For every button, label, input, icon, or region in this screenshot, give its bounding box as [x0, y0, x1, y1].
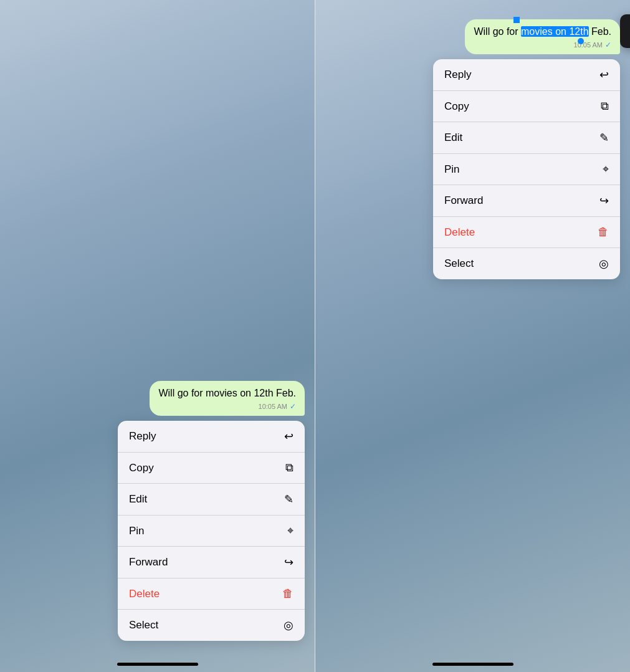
menu-label-pin-2: Pin — [444, 163, 460, 176]
menu-item-copy-2[interactable]: Copy ⧉ — [433, 91, 620, 122]
panel-2: Copy Look Up Share Will go for movies on… — [315, 0, 630, 672]
selection-handle-end — [578, 38, 584, 44]
message-text-2: Will go for movies on 12th Feb. — [474, 26, 611, 39]
menu-item-select-1[interactable]: Select ◎ — [118, 610, 305, 641]
reply-icon-1: ↩ — [284, 430, 294, 443]
menu-item-forward-2[interactable]: Forward ↪ — [433, 185, 620, 217]
selection-handle-start — [513, 17, 520, 23]
menu-item-edit-2[interactable]: Edit ✎ — [433, 122, 620, 154]
text-before: Will go for — [474, 26, 521, 37]
message-bubble-2: Will go for movies on 12th Feb. 10:05 AM… — [465, 19, 620, 54]
menu-item-reply-1[interactable]: Reply ↩ — [118, 421, 305, 453]
message-text-1: Will go for movies on 12th Feb. — [158, 387, 296, 400]
context-menu-1: Reply ↩ Copy ⧉ Edit ✎ Pin ⌖ Forward ↪ De… — [118, 421, 305, 641]
delete-icon-1: 🗑 — [282, 587, 294, 600]
text-after: Feb. — [589, 26, 611, 37]
menu-label-copy-1: Copy — [129, 462, 154, 474]
check-icon-2: ✓ — [605, 41, 611, 49]
check-icon-1: ✓ — [290, 402, 296, 411]
pin-icon-2: ⌖ — [603, 163, 609, 176]
reply-icon-2: ↩ — [599, 68, 609, 82]
menu-item-copy-1[interactable]: Copy ⧉ — [118, 453, 305, 484]
menu-label-forward-1: Forward — [129, 556, 168, 569]
menu-label-copy-2: Copy — [444, 100, 469, 113]
menu-label-reply-1: Reply — [129, 430, 156, 443]
menu-label-reply-2: Reply — [444, 69, 471, 81]
menu-item-delete-1[interactable]: Delete 🗑 — [118, 578, 305, 610]
edit-icon-2: ✎ — [599, 131, 609, 145]
copy-icon-2: ⧉ — [601, 100, 609, 113]
edit-icon-1: ✎ — [284, 492, 294, 506]
menu-item-reply-2[interactable]: Reply ↩ — [433, 59, 620, 91]
menu-label-pin-1: Pin — [129, 525, 145, 537]
delete-icon-2: 🗑 — [598, 226, 609, 239]
message-meta-1: 10:05 AM ✓ — [158, 402, 296, 411]
menu-item-edit-1[interactable]: Edit ✎ — [118, 484, 305, 516]
pin-icon-1: ⌖ — [287, 524, 294, 537]
copy-icon-1: ⧉ — [285, 461, 294, 474]
text-selection-tooltip: Copy Look Up Share — [620, 14, 630, 48]
context-menu-2: Reply ↩ Copy ⧉ Edit ✎ Pin ⌖ Forward ↪ De… — [433, 59, 620, 279]
menu-item-pin-1[interactable]: Pin ⌖ — [118, 516, 305, 547]
menu-item-delete-2[interactable]: Delete 🗑 — [433, 217, 620, 248]
menu-label-delete-1: Delete — [129, 588, 160, 600]
home-indicator-1 — [117, 663, 198, 666]
text-highlighted: movies on 12th — [521, 26, 589, 37]
menu-label-edit-2: Edit — [444, 132, 462, 144]
panel-1: Will go for movies on 12th Feb. 10:05 AM… — [0, 0, 315, 672]
menu-label-delete-2: Delete — [444, 226, 475, 239]
home-indicator-2 — [432, 663, 513, 666]
message-meta-2: 10:05 AM ✓ — [474, 41, 611, 49]
menu-label-select-1: Select — [129, 619, 158, 631]
menu-label-edit-1: Edit — [129, 493, 147, 506]
message-time-1: 10:05 AM — [259, 403, 287, 410]
tooltip-copy-btn[interactable]: Copy — [620, 14, 630, 48]
forward-icon-2: ↪ — [599, 194, 609, 208]
menu-item-select-2[interactable]: Select ◎ — [433, 248, 620, 279]
select-icon-1: ◎ — [284, 618, 294, 632]
forward-icon-1: ↪ — [284, 555, 294, 569]
menu-item-forward-1[interactable]: Forward ↪ — [118, 547, 305, 578]
menu-label-select-2: Select — [444, 257, 474, 270]
menu-label-forward-2: Forward — [444, 194, 483, 207]
message-bubble-1: Will go for movies on 12th Feb. 10:05 AM… — [150, 381, 305, 416]
menu-item-pin-2[interactable]: Pin ⌖ — [433, 154, 620, 185]
select-icon-2: ◎ — [599, 257, 609, 271]
